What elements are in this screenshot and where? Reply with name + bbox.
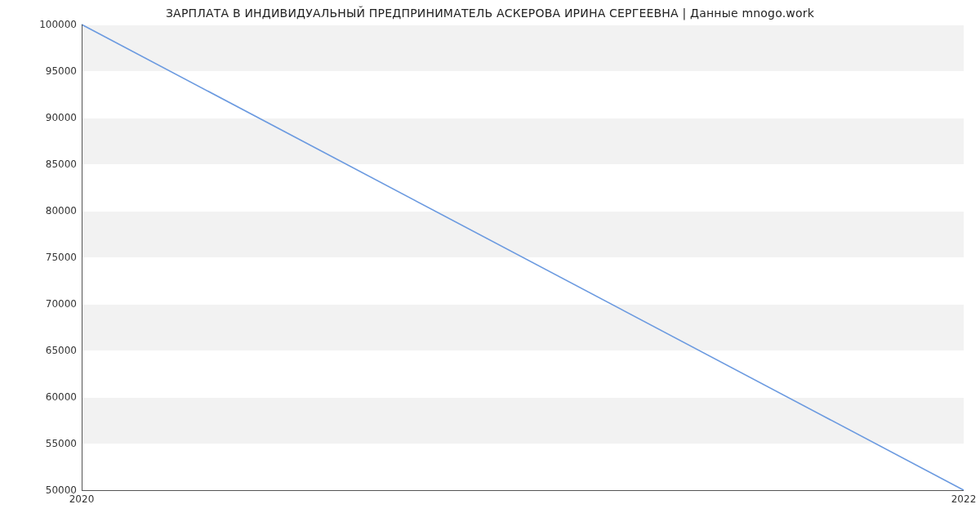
y-tick-label: 55000 — [3, 438, 77, 449]
y-tick-label: 65000 — [3, 345, 77, 356]
y-tick-label: 70000 — [3, 298, 77, 310]
y-tick-label: 85000 — [3, 158, 77, 170]
y-tick-label: 100000 — [3, 19, 77, 30]
y-tick-label: 75000 — [3, 252, 77, 263]
y-tick-label: 80000 — [3, 205, 77, 216]
chart-title: ЗАРПЛАТА В ИНДИВИДУАЛЬНЫЙ ПРЕДПРИНИМАТЕЛ… — [0, 7, 980, 20]
y-tick-label: 60000 — [3, 391, 77, 403]
x-tick-label: 2022 — [951, 493, 977, 505]
x-tick-label: 2020 — [69, 493, 95, 505]
y-tick-label: 90000 — [3, 112, 77, 123]
chart-container: ЗАРПЛАТА В ИНДИВИДУАЛЬНЫЙ ПРЕДПРИНИМАТЕЛ… — [0, 0, 980, 531]
series-line — [82, 25, 964, 490]
y-tick-label: 95000 — [3, 65, 77, 77]
x-axis-line — [82, 490, 964, 491]
line-layer — [82, 25, 964, 490]
plot-area — [82, 25, 964, 490]
y-axis-line — [82, 25, 82, 490]
y-tick-label: 50000 — [3, 484, 77, 496]
